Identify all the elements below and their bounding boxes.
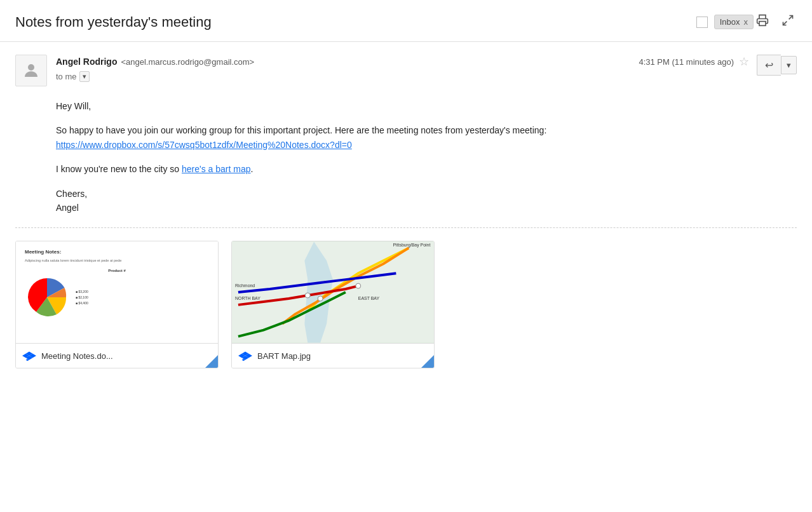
sender-info: Angel Rodrigo <angel.marcus.rodrigo@gmai…	[56, 55, 749, 82]
to-label: to me	[56, 72, 77, 81]
svg-point-3	[28, 64, 34, 71]
attachment-card-meeting-notes[interactable]: Meeting Notes: Adipiscing nulla saluta l…	[15, 241, 219, 368]
attachment-corner-1	[205, 355, 218, 368]
svg-text:Pittsburg/Bay Point: Pittsburg/Bay Point	[393, 243, 430, 248]
print-icon	[756, 14, 769, 27]
dropbox-link[interactable]: https://www.dropbox.com/s/57cwsq5bot1zdf…	[56, 140, 352, 150]
email-header: Notes from yesterday's meeting Inbox x	[0, 0, 812, 42]
meeting-notes-doc-preview: Meeting Notes: Adipiscing nulla saluta l…	[16, 241, 218, 343]
sender-name: Angel Rodrigo	[56, 57, 117, 67]
inbox-tag[interactable]: Inbox x	[714, 15, 754, 29]
sender-name-row: Angel Rodrigo <angel.marcus.rodrigo@gmai…	[56, 55, 749, 69]
star-icon[interactable]: ☆	[739, 55, 749, 69]
message-content: Hey Will, So happy to have you join our …	[56, 99, 797, 215]
to-row: to me ▾	[56, 71, 749, 82]
bart-map-link[interactable]: here's a bart map	[182, 164, 251, 174]
avatar	[15, 55, 47, 86]
email-body: Angel Rodrigo <angel.marcus.rodrigo@gmai…	[0, 42, 812, 394]
dropbox-icon-2	[238, 349, 252, 363]
closing-line2: Angel	[56, 203, 79, 213]
inbox-close-button[interactable]: x	[744, 17, 748, 27]
bart-text-before: I know you're new to the city so	[56, 164, 182, 174]
bart-paragraph: I know you're new to the city so here's …	[56, 162, 797, 176]
pie-chart-container: ■ $3,200 ■ $2,100 ■ $4,400	[25, 275, 209, 320]
svg-line-2	[783, 22, 787, 25]
timestamp: 4:31 PM (11 minutes ago)	[639, 57, 734, 67]
bart-map-svg: Pittsburg/Bay Point Richmond NORTH BAY E…	[232, 241, 434, 343]
svg-point-9	[356, 283, 361, 288]
person-icon	[22, 61, 41, 80]
svg-rect-0	[759, 22, 766, 26]
preview-text: Adipiscing nulla saluta lorem tincidunt …	[25, 259, 209, 264]
email-meta: 4:31 PM (11 minutes ago) ☆	[639, 55, 749, 69]
sender-row: Angel Rodrigo <angel.marcus.rodrigo@gmai…	[15, 55, 797, 86]
bart-map-preview: Pittsburg/Bay Point Richmond NORTH BAY E…	[232, 241, 434, 343]
closing-line1: Cheers,	[56, 189, 87, 199]
svg-text:NORTH BAY: NORTH BAY	[235, 296, 261, 300]
reply-button[interactable]: ↩	[757, 55, 781, 76]
attachments-row: Meeting Notes: Adipiscing nulla saluta l…	[15, 241, 797, 381]
svg-text:EAST BAY: EAST BAY	[358, 296, 380, 300]
reply-more-button[interactable]: ▾	[781, 56, 797, 74]
pie-legend: ■ $3,200 ■ $2,100 ■ $4,400	[76, 289, 88, 306]
svg-point-10	[318, 296, 323, 301]
preview-title: Meeting Notes:	[25, 249, 209, 255]
inbox-label: Inbox	[720, 17, 740, 27]
attachment-card-bart-map[interactable]: Pittsburg/Bay Point Richmond NORTH BAY E…	[231, 241, 435, 368]
chart-label: Product #	[25, 269, 209, 273]
attachment-divider	[15, 227, 797, 228]
print-button[interactable]	[754, 11, 771, 32]
meeting-notes-preview: Meeting Notes: Adipiscing nulla saluta l…	[16, 241, 218, 343]
attachment-name-meeting: Meeting Notes.do...	[41, 351, 212, 361]
expand-button[interactable]	[779, 11, 797, 32]
greeting: Hey Will,	[56, 99, 797, 113]
svg-text:Richmond: Richmond	[235, 283, 255, 288]
body-paragraph: So happy to have you join our working gr…	[56, 123, 797, 152]
closing: Cheers, Angel	[56, 187, 797, 215]
bart-text-after: .	[251, 164, 254, 174]
to-dropdown-button[interactable]: ▾	[79, 71, 90, 82]
svg-line-1	[789, 16, 793, 20]
attachment-corner-2	[421, 355, 434, 368]
page-title: Notes from yesterday's meeting	[15, 14, 684, 30]
header-actions	[754, 11, 797, 32]
reply-button-group: ↩ ▾	[757, 55, 797, 76]
select-checkbox[interactable]	[696, 17, 708, 28]
svg-point-11	[305, 293, 310, 298]
pie-chart	[25, 275, 69, 320]
attachment-footer-meeting-notes: Meeting Notes.do...	[16, 343, 218, 368]
legend-item-2: ■ $2,100	[76, 295, 88, 300]
expand-icon	[782, 14, 794, 27]
dropbox-icon	[22, 349, 36, 363]
attachment-name-bart: BART Map.jpg	[257, 351, 428, 361]
body-text: So happy to have you join our working gr…	[56, 125, 546, 135]
sender-email: <angel.marcus.rodrigo@gmail.com>	[121, 57, 254, 67]
legend-item-1: ■ $3,200	[76, 289, 88, 295]
legend-item-3: ■ $4,400	[76, 300, 88, 306]
attachment-footer-bart: BART Map.jpg	[232, 343, 434, 368]
